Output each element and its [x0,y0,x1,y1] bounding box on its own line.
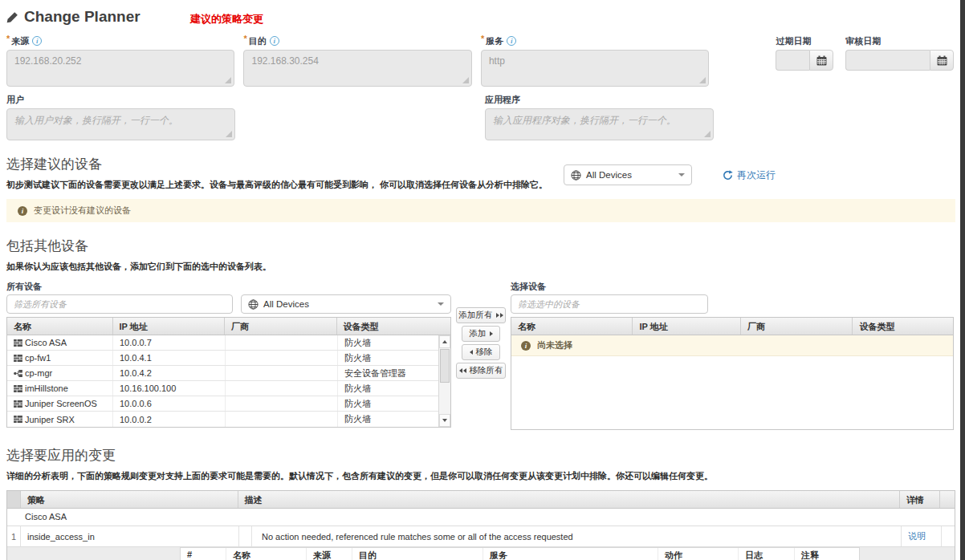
device-type: 防火墙 [338,381,438,396]
firewall-icon [14,400,22,408]
row-end-cell [942,526,956,546]
info-icon[interactable] [270,36,279,46]
rule-column-destination: 目的 [352,548,483,560]
review-date-calendar-button[interactable] [930,50,954,71]
expiration-date-calendar-button[interactable] [809,50,833,71]
add-all-button[interactable]: 添加所有 [456,307,506,323]
column-header-description: 描述 [238,491,901,508]
all-devices-panel: 所有设备 All Devices 名称 IP 地址 厂商 设备类型 [6,281,451,430]
window-edge-strip [960,0,965,560]
resize-grip-icon[interactable] [699,77,706,83]
selected-devices-label: 选择设备 [511,281,954,291]
changes-table-header: 策略 描述 详情 [7,491,955,509]
all-devices-controls: All Devices [6,294,451,314]
rerun-link-label: 再次运行 [737,168,776,182]
rerun-link[interactable]: 再次运行 [723,168,776,182]
device-row[interactable]: Juniper ScreenOS 10.0.0.6 防火墙 [7,396,438,412]
scroll-up-button[interactable] [439,335,450,348]
triangle-up-icon [442,340,447,343]
resize-grip-icon[interactable] [704,131,711,137]
info-icon[interactable] [507,36,516,46]
destination-label: 目的 [249,35,267,47]
column-header-end [940,491,955,508]
device-type: 防火墙 [338,412,438,427]
device-group-row: Cisco ASA [7,509,955,526]
column-header-vendor: 厂商 [225,318,337,335]
firewall-icon [14,385,22,392]
add-button[interactable]: 添加 [462,326,500,342]
globe-icon [571,170,581,181]
all-devices-rows: Cisco ASA 10.0.0.7 防火墙 cp-fw1 10.0.4.1 防… [7,335,438,427]
changes-table: 策略 描述 详情 Cisco ASA 1 inside_access_in No… [6,490,955,560]
remove-all-button[interactable]: 移除所有 [456,363,506,379]
add-label: 添加 [470,328,487,339]
include-section-description: 如果你认为应该包括其他设备，添加它们到下面的选中的设备列表。 [6,261,954,273]
firewall-icon [14,416,22,423]
device-vendor [226,351,338,365]
service-textarea[interactable]: http [481,50,709,87]
device-row[interactable]: Cisco ASA 10.0.0.7 防火墙 [7,335,438,351]
details-link[interactable]: 说明 [908,530,926,542]
rule-label-spacer [61,547,180,560]
changes-section-description: 详细的分析表明，下面的策略规则变更对支持上面的要求可能是需要的。默认情况下，包含… [6,470,954,482]
remove-button[interactable]: 移除 [462,344,500,360]
no-selection-text: 尚未选择 [537,339,572,351]
required-mark: * [481,34,484,43]
warning-info-icon [521,341,531,351]
recommended-devices-section: 选择建议的设备 初步测试建议下面的设备需要更改以满足上述要求。设备与最高评级的信… [6,155,954,222]
device-row[interactable]: cp-mgr 10.0.4.2 安全设备管理器 [7,366,438,381]
column-header-ip: IP 地址 [633,318,741,335]
change-row[interactable]: 1 inside_access_in No action needed, ref… [7,526,955,547]
device-ip: 10.0.0.7 [113,335,226,350]
review-date-input[interactable] [845,50,930,71]
column-header-name: 名称 [7,318,113,335]
application-label-row: 应用程序 [485,94,714,105]
column-header-type: 设备类型 [337,318,450,335]
expiration-date-input[interactable] [776,50,809,71]
user-label: 用户 [6,94,24,106]
include-section-heading: 包括其他设备 [6,237,954,255]
user-label-row: 用户 [6,94,235,105]
resize-grip-icon[interactable] [225,77,231,83]
device-name: cp-mgr [25,368,52,378]
recommended-section-description: 初步测试建议下面的设备需要更改以满足上述要求。设备与最高评级的信心最有可能受到影… [6,179,954,191]
user-textarea[interactable]: 输入用户对象，换行隔开，一行一个。 [6,108,235,140]
device-row[interactable]: Juniper SRX 10.0.0.2 防火墙 [7,412,438,427]
expiration-date-label: 过期日期 [776,35,811,47]
selected-devices-filter-input[interactable] [511,294,708,314]
title-row: Change Planner 建议的策略变更 [6,8,954,30]
application-textarea[interactable]: 输入应用程序对象，换行隔开，一行一个。 [485,108,714,140]
column-header-ip: IP 地址 [113,318,226,335]
globe-icon [248,299,259,310]
scrollbar-thumb[interactable] [440,349,450,383]
column-header-vendor: 厂商 [741,318,853,335]
all-devices-group-select[interactable]: All Devices [241,294,451,314]
device-group-select[interactable]: All Devices [564,164,692,185]
destination-textarea[interactable]: 192.168.30.254 [243,50,471,87]
destination-field-group: * 目的 192.168.30.254 [243,35,471,87]
remove-label: 移除 [476,347,493,358]
pencil-icon [6,11,18,23]
scrollbar-track[interactable] [439,383,450,414]
device-type: 防火墙 [338,335,438,350]
scroll-down-button[interactable] [439,414,450,427]
device-row[interactable]: cp-fw1 10.0.4.1 防火墙 [7,351,438,366]
source-label-row: * 来源 [6,35,234,47]
source-label: 来源 [11,35,29,47]
include-devices-section: 包括其他设备 如果你认为应该包括其他设备，添加它们到下面的选中的设备列表。 所有… [6,237,954,430]
red-annotation-note: 建议的策略变更 [190,12,263,26]
selected-devices-panel: 选择设备 名称 IP 地址 厂商 设备类型 尚未选择 [511,281,954,430]
source-textarea[interactable]: 192.168.20.252 [6,50,234,87]
all-devices-filter-input[interactable] [6,294,233,314]
resize-grip-icon[interactable] [462,77,469,83]
device-transfer: 所有设备 All Devices 名称 IP 地址 厂商 设备类型 [6,281,954,430]
device-vendor [226,412,338,427]
resize-grip-icon[interactable] [226,131,232,137]
info-icon[interactable] [32,36,42,46]
rule-column-name: 名称 [226,548,307,560]
expiration-date-control [776,50,833,71]
vertical-scrollbar[interactable] [438,335,450,427]
row-number: 1 [7,526,21,546]
device-row[interactable]: imHillstone 10.16.100.100 防火墙 [7,381,438,396]
device-name: Juniper SRX [25,415,75,424]
